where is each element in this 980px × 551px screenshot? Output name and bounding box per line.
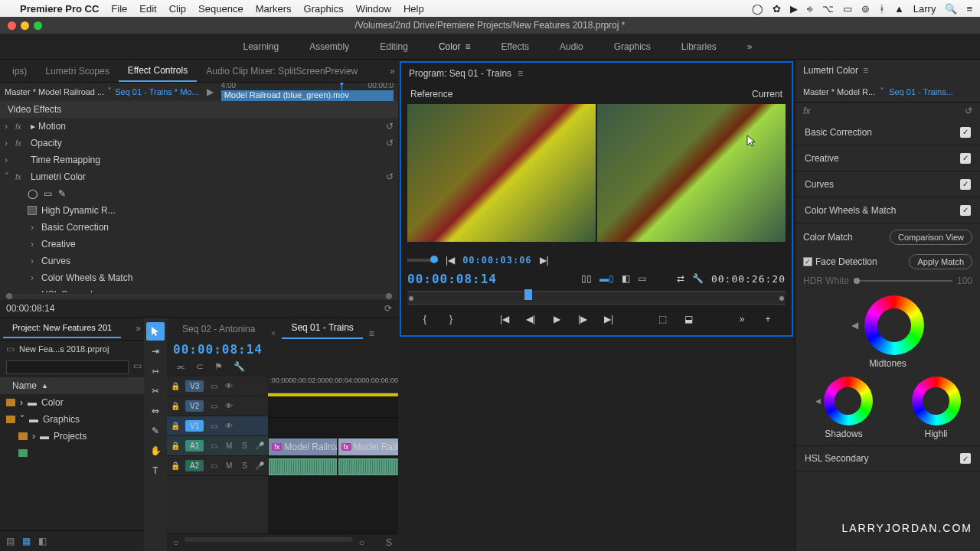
list-view-icon[interactable]: ▤ — [6, 536, 15, 546]
go-to-in-icon[interactable]: |◀ — [498, 314, 511, 324]
reset-icon[interactable]: ↺ — [965, 106, 972, 116]
bluetooth-icon[interactable]: ᚼ — [879, 3, 885, 15]
lumetri-curves[interactable]: Curves✓ — [795, 171, 980, 197]
user-name[interactable]: Larry — [913, 3, 936, 15]
apply-match-button[interactable]: Apply Match — [909, 254, 972, 269]
bin-icon[interactable]: ▭ — [6, 344, 15, 354]
project-search[interactable] — [6, 360, 129, 374]
mask-ellipse-icon[interactable]: ◯ — [28, 188, 38, 199]
menu-clip[interactable]: Clip — [169, 3, 186, 15]
seq-tab-trains[interactable]: Seq 01 - Trains — [282, 318, 362, 339]
mask-rect-icon[interactable]: ▭ — [44, 188, 52, 199]
linked-selection-icon[interactable]: ⊂ — [196, 361, 204, 372]
clip-model-railroad-blue-green[interactable]: fxModel Railroad (blue_green).mov — [338, 438, 398, 456]
go-to-out-icon[interactable]: ▶| — [602, 314, 616, 324]
mark-out-icon[interactable]: } — [444, 314, 458, 324]
menubar-icon[interactable]: ⎆ — [807, 3, 813, 15]
timeline-ruler[interactable]: :00:00 00:00:02:00 00:00:04:00 00:00:06:… — [268, 377, 398, 393]
wrench-icon[interactable]: 🔧 — [692, 273, 704, 284]
tab-audio-mixer[interactable]: Audio Clip Mixer: SplitScreenPreview — [197, 61, 367, 81]
seq-tab-antonina[interactable]: Seq 02 - Antonina — [173, 319, 264, 339]
play-icon[interactable]: ▶ — [207, 86, 214, 97]
menu-help[interactable]: Help — [403, 3, 424, 15]
airplay-icon[interactable]: ▭ — [843, 3, 852, 15]
ec-opacity[interactable]: ›fxOpacity↺ — [0, 135, 398, 152]
comparison-toggle-icon[interactable]: ▬▯ — [599, 273, 614, 284]
slip-tool[interactable]: ⇔ — [146, 402, 165, 420]
ec-hdr-row[interactable]: High Dynamic R... — [0, 202, 398, 219]
step-back-icon[interactable]: ◀| — [524, 314, 537, 324]
section-checkbox[interactable]: ✓ — [960, 205, 971, 216]
midtones-wheel[interactable] — [864, 295, 924, 355]
ec-sub-creative[interactable]: ›Creative — [0, 236, 398, 253]
hdr-checkbox[interactable] — [28, 206, 37, 215]
ec-motion[interactable]: ›fx▸Motion↺ — [0, 118, 398, 135]
ec-toggle-icon[interactable]: ⟳ — [384, 303, 392, 314]
section-checkbox[interactable]: ✓ — [960, 179, 971, 190]
go-to-in-icon[interactable]: |◀ — [446, 255, 455, 266]
section-checkbox[interactable]: ✓ — [960, 453, 971, 464]
settings-icon[interactable]: 🔧 — [234, 361, 245, 372]
ec-mini-timeline[interactable]: 4:00 00:00:0 Model Railroad (blue_green)… — [221, 83, 394, 101]
menu-markers[interactable]: Markers — [256, 3, 292, 15]
marker-icon[interactable]: ⚑ — [214, 361, 223, 372]
ripple-edit-tool[interactable]: ⇿ — [146, 362, 165, 380]
section-checkbox[interactable]: ✓ — [960, 153, 971, 164]
track-a1[interactable]: 🔒A1▭MS🎤 — [167, 436, 268, 456]
lumetri-master[interactable]: Master * Model R... — [803, 87, 875, 96]
program-ruler[interactable] — [407, 291, 786, 305]
tab-ips[interactable]: ips) — [3, 61, 36, 81]
workspace-libraries[interactable]: Libraries — [666, 41, 732, 52]
workspace-menu-icon[interactable]: ≡ — [466, 41, 471, 52]
lumetri-sequence[interactable]: Seq 01 - Trains... — [889, 87, 953, 96]
timeline-timecode[interactable]: 00:00:08:14 — [173, 342, 263, 357]
highlights-wheel[interactable] — [912, 377, 961, 425]
new-bin-icon[interactable]: ▭ — [133, 360, 142, 374]
lumetri-creative[interactable]: Creative✓ — [795, 145, 980, 171]
face-detection-checkbox[interactable]: ✓ — [803, 257, 812, 266]
workspace-overflow[interactable]: » — [747, 41, 753, 52]
program-playhead-marker[interactable] — [524, 289, 532, 300]
workspace-effects[interactable]: Effects — [486, 41, 544, 52]
bin-graphics[interactable]: ˅▬Graphics — [0, 411, 144, 428]
section-checkbox[interactable]: ✓ — [960, 127, 971, 138]
scrub-knob[interactable] — [430, 256, 438, 263]
bin-projects[interactable]: ›▬Projects — [0, 428, 144, 445]
menu-sequence[interactable]: Sequence — [198, 3, 243, 15]
bin-color[interactable]: ›▬Color — [0, 394, 144, 411]
tab-lumetri-scopes[interactable]: Lumetri Scopes — [36, 61, 118, 81]
ec-timecode[interactable]: 00:00:08:14 — [6, 303, 54, 314]
panel-menu-icon[interactable]: ≡ — [863, 65, 868, 76]
panel-overflow[interactable]: » — [136, 323, 141, 334]
workspace-color[interactable]: Color≡ — [423, 41, 486, 52]
comparison-split-icon[interactable]: ◧ — [622, 273, 630, 284]
shadows-wheel[interactable] — [824, 377, 873, 425]
app-name[interactable]: Premiere Pro CC — [20, 3, 99, 15]
menubar-icon[interactable]: ▲ — [894, 3, 904, 15]
workspace-graphics[interactable]: Graphics — [599, 41, 666, 52]
comparison-full-icon[interactable]: ▭ — [638, 273, 646, 284]
workspace-editing[interactable]: Editing — [364, 41, 423, 52]
audio-clip-2[interactable] — [338, 458, 398, 476]
go-to-out-icon[interactable]: ▶| — [540, 255, 549, 266]
ec-sub-hsl[interactable]: ›HSL Secondary — [0, 286, 398, 292]
type-tool[interactable]: T — [146, 461, 165, 480]
wifi-icon[interactable]: ⊚ — [861, 3, 870, 15]
clip-model-railroad[interactable]: fxModel Railroad.mov — [268, 438, 337, 456]
panel-menu-icon[interactable]: ≡ — [518, 68, 523, 79]
razor-tool[interactable]: ✂ — [146, 382, 165, 400]
pen-tool[interactable]: ✎ — [146, 422, 165, 440]
ec-time-remapping[interactable]: ›Time Remapping — [0, 152, 398, 168]
menu-file[interactable]: File — [111, 3, 127, 15]
swap-icon[interactable]: ⇄ — [677, 273, 684, 284]
ec-lumetri-color[interactable]: ˅fxLumetri Color↺ — [0, 168, 398, 185]
tab-project[interactable]: Project: New Features 201 — [3, 318, 121, 338]
track-a2[interactable]: 🔒A2▭MS🎤 — [167, 456, 268, 476]
hand-tool[interactable]: ✋ — [146, 442, 165, 460]
menu-icon[interactable]: ≡ — [966, 3, 972, 15]
add-button-icon[interactable]: + — [761, 314, 775, 324]
bin-item[interactable] — [0, 445, 144, 461]
timeline-clips-area[interactable]: :00:00 00:00:02:00 00:00:04:00 00:00:06:… — [268, 377, 398, 534]
menubar-icon[interactable]: ✿ — [773, 3, 781, 15]
track-v3[interactable]: 🔒V3▭👁 — [167, 377, 268, 396]
